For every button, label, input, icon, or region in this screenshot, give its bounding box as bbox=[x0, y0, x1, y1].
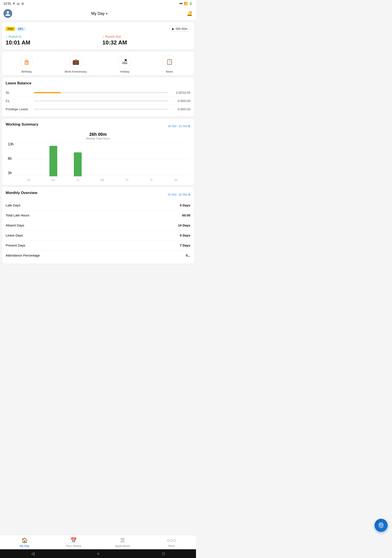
calendar-icon: ⊞ bbox=[188, 124, 190, 128]
bar-col-th: Th bbox=[120, 176, 134, 182]
bar-col-mo: Mo bbox=[47, 146, 60, 182]
leave-row-cl: CL 0.00/0.00 bbox=[6, 97, 190, 105]
leave-bar-background bbox=[34, 100, 169, 102]
notification-button[interactable]: 🔔 bbox=[187, 11, 193, 16]
work-anniversary-icon: 💼 bbox=[69, 55, 82, 68]
avatar[interactable] bbox=[3, 9, 12, 18]
punch-card: TOU DFL ▶ 00h 00m ↓ Punch In 10:01 AM ↑ … bbox=[2, 22, 194, 50]
timer-button[interactable]: ▶ 00h 00m bbox=[169, 26, 190, 32]
monthly-row: Absent Days 14 Days bbox=[6, 220, 190, 230]
bar-day-label: Sa bbox=[174, 179, 178, 182]
monthly-calendar-icon: ⊞ bbox=[188, 193, 190, 196]
wifi-icon: ▾▾ bbox=[179, 2, 182, 5]
y-label-3h: 3h bbox=[8, 171, 14, 175]
monthly-row: Total Late Hours 00:00 bbox=[6, 210, 190, 220]
birthday-icon: 🎂 bbox=[20, 55, 33, 68]
status-icon-folder: 🗂 bbox=[17, 2, 20, 5]
bar-col-fr: Fr bbox=[145, 176, 158, 182]
punch-in-section: ↓ Punch In 10:01 AM bbox=[6, 35, 94, 46]
bar-col-we: We bbox=[96, 176, 109, 182]
monthly-row: Present Days 7 Days bbox=[6, 240, 190, 251]
monthly-value: 0 Days bbox=[180, 203, 190, 207]
bar-day-label: Fr bbox=[150, 179, 153, 182]
bar-chart: 13h 8h 3h Su Mo Tu We Th Fr Sa bbox=[6, 142, 190, 182]
monthly-value: 00:00 bbox=[182, 213, 190, 217]
bar-day-label: Tu bbox=[77, 179, 79, 182]
page-title: My Day ▾ bbox=[91, 11, 108, 16]
play-icon: ▶ bbox=[172, 27, 174, 31]
quick-icons-row: 🎂 Birthday 💼 Work Anniversary 🏖 Holiday … bbox=[2, 52, 194, 75]
monthly-label: Absent Days bbox=[6, 223, 24, 227]
punch-in-time: 10:01 AM bbox=[6, 39, 94, 46]
status-icon-circle: ◎ bbox=[21, 2, 24, 5]
punch-out-section: ↑ Punch Out 10:32 AM bbox=[102, 35, 190, 46]
monthly-label: Leave Days bbox=[6, 234, 23, 237]
monthly-overview-title: Monthly Overview bbox=[6, 191, 37, 195]
leave-balance-title: Leave Balance bbox=[6, 81, 190, 86]
signal-icon: 📶 bbox=[184, 2, 187, 5]
quick-icon-holiday[interactable]: 🏖 Holiday bbox=[118, 55, 131, 73]
birthday-label: Birthday bbox=[21, 70, 32, 73]
top-bar: My Day ▾ 🔔 bbox=[0, 7, 196, 20]
battery-icon: 🔋 bbox=[189, 2, 193, 5]
monthly-label: Present Days bbox=[6, 244, 25, 247]
leave-row-privilege-leave: Privilege Leave 0.00/0.00 bbox=[6, 105, 190, 113]
leave-name: CL bbox=[6, 99, 32, 103]
timer-label: 00h 00m bbox=[176, 27, 187, 31]
punch-in-label: Punch In bbox=[9, 35, 22, 38]
monthly-label: Attendance Percentage bbox=[6, 253, 40, 257]
working-summary-title: Working Summary bbox=[6, 122, 38, 127]
status-time: 12:01 bbox=[3, 2, 11, 5]
badge-dfl: DFL bbox=[16, 27, 25, 31]
bar-day-label: Su bbox=[27, 179, 31, 182]
dropdown-icon[interactable]: ▾ bbox=[106, 12, 108, 16]
monthly-row: Leave Days 0 Days bbox=[6, 230, 190, 240]
arrow-up-icon: ↑ bbox=[102, 35, 104, 38]
quick-icon-birthday[interactable]: 🎂 Birthday bbox=[20, 55, 33, 73]
y-label-13h: 13h bbox=[8, 142, 14, 146]
monthly-value: 7 Days bbox=[180, 244, 190, 247]
bar-col-tu: Tu bbox=[71, 152, 84, 182]
leave-value: 0.00/0.00 bbox=[171, 99, 190, 103]
y-label-8h: 8h bbox=[8, 157, 14, 161]
bar-day-label: Th bbox=[125, 179, 128, 182]
leave-bar-background bbox=[34, 92, 169, 93]
bar-day-label: We bbox=[100, 179, 104, 182]
quick-icon-work-anniversary[interactable]: 💼 Work Anniversary bbox=[65, 55, 87, 73]
punch-out-time: 10:32 AM bbox=[102, 39, 190, 46]
bar-fill bbox=[50, 146, 57, 176]
news-icon: 📋 bbox=[163, 55, 176, 68]
monthly-value: 14 Days bbox=[178, 223, 190, 227]
monthly-label: Total Late Hours bbox=[6, 213, 29, 217]
leave-value: 2.00/10.00 bbox=[171, 91, 190, 94]
badge-tou: TOU bbox=[6, 27, 15, 31]
leave-value: 0.00/0.00 bbox=[171, 107, 190, 111]
leave-row-sl: SL 2.00/10.00 bbox=[6, 88, 190, 97]
monthly-overview-card: Monthly Overview 01 Oct - 31 Oct ⊞ Late … bbox=[2, 187, 194, 264]
holiday-icon: 🏖 bbox=[118, 55, 131, 68]
status-icon-a: A bbox=[13, 2, 15, 5]
holiday-label: Holiday bbox=[120, 70, 129, 73]
notification-dot bbox=[190, 11, 192, 13]
monthly-value: 5... bbox=[186, 253, 190, 257]
bar-day-label: Mo bbox=[52, 179, 55, 182]
news-label: News bbox=[166, 70, 173, 73]
leave-bar-background bbox=[34, 109, 169, 110]
monthly-label: Late Days bbox=[6, 203, 20, 207]
leave-name: Privilege Leave bbox=[6, 107, 32, 111]
arrow-down-icon: ↓ bbox=[6, 35, 7, 38]
status-bar: 12:01 A 🗂 ◎ ▾▾ 📶 🔋 bbox=[0, 0, 196, 7]
punch-out-label: Punch Out bbox=[105, 35, 121, 38]
monthly-row: Attendance Percentage 5... bbox=[6, 251, 190, 260]
bar-col-su: Su bbox=[22, 176, 35, 182]
leave-name: SL bbox=[6, 91, 32, 94]
bar-fill bbox=[74, 152, 82, 176]
leave-balance-card: Leave Balance SL 2.00/10.00 CL 0.00/0.00… bbox=[2, 78, 194, 117]
quick-icon-news[interactable]: 📋 News bbox=[163, 55, 176, 73]
monthly-row: Late Days 0 Days bbox=[6, 200, 190, 210]
monthly-date-range[interactable]: 01 Oct - 31 Oct ⊞ bbox=[168, 193, 190, 196]
bar-col-sa: Sa bbox=[170, 176, 182, 182]
leave-bar-fill bbox=[34, 92, 61, 93]
weekly-total: 26h 00m bbox=[6, 132, 190, 137]
working-summary-date[interactable]: 15 Oct - 21 Oct ⊞ bbox=[168, 124, 190, 128]
